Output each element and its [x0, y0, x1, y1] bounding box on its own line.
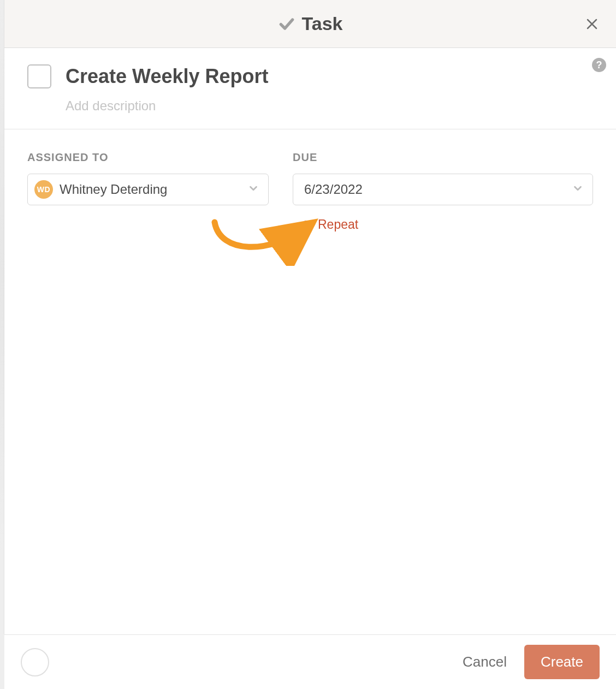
assigned-to-select[interactable]: WD Whitney Deterding [27, 174, 269, 205]
task-complete-checkbox[interactable] [27, 64, 51, 88]
task-header-section: ? Create Weekly Report Add description [4, 48, 616, 129]
checkmark-icon [278, 15, 295, 33]
assigned-to-label: ASSIGNED TO [27, 151, 269, 164]
task-modal: Task ? Create Weekly Report Add descript… [4, 0, 616, 634]
help-icon: ? [596, 60, 602, 70]
fields-grid: ASSIGNED TO WD Whitney Deterding DUE 6/2… [27, 151, 593, 233]
avatar: WD [34, 180, 53, 199]
close-button[interactable] [582, 14, 602, 34]
due-field: DUE 6/23/2022 Repeat [293, 151, 593, 233]
task-description-row: Add description [66, 98, 593, 114]
task-description-input[interactable]: Add description [66, 98, 593, 114]
task-body-section: ASSIGNED TO WD Whitney Deterding DUE 6/2… [4, 129, 616, 634]
due-date-select[interactable]: 6/23/2022 [293, 174, 593, 205]
chevron-down-icon [247, 182, 259, 197]
due-date-value: 6/23/2022 [304, 182, 363, 197]
task-title[interactable]: Create Weekly Report [66, 65, 268, 88]
modal-header: Task [4, 0, 616, 48]
repeat-icon [300, 219, 311, 230]
help-button[interactable]: ? [592, 58, 606, 72]
close-icon [585, 17, 599, 31]
repeat-label: Repeat [318, 217, 358, 232]
task-title-row: Create Weekly Report [27, 64, 593, 88]
assigned-to-value: Whitney Deterding [60, 182, 167, 197]
cancel-button[interactable]: Cancel [453, 648, 517, 676]
modal-title-wrap: Task [278, 13, 343, 34]
assigned-to-field: ASSIGNED TO WD Whitney Deterding [27, 151, 269, 233]
create-button[interactable]: Create [524, 645, 600, 679]
modal-title: Task [302, 13, 343, 34]
modal-footer: Cancel Create [4, 634, 616, 689]
due-label: DUE [293, 151, 593, 164]
chevron-down-icon [572, 182, 584, 197]
repeat-link[interactable]: Repeat [293, 217, 358, 232]
footer-circle-placeholder[interactable] [21, 648, 49, 676]
